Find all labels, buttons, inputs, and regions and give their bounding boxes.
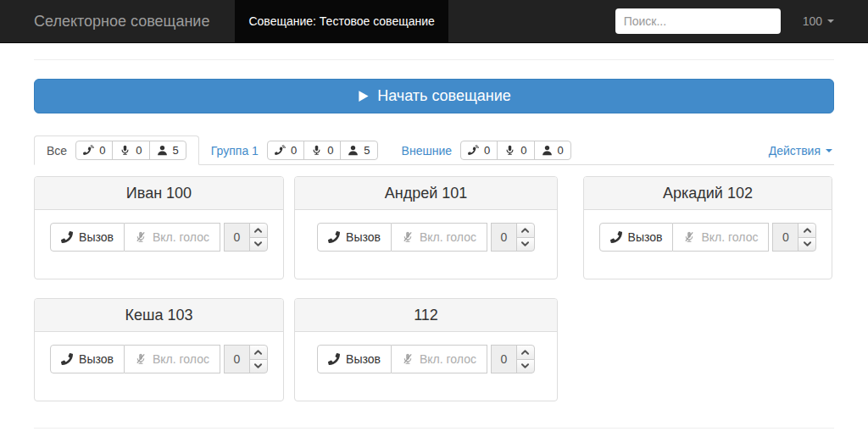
phone-icon [328,353,340,365]
actions-dropdown[interactable]: Действия [767,137,834,164]
top-navbar: Селекторное совещание Совещание: Тестово… [0,0,868,43]
phone-icon [328,231,340,243]
chevron-up-icon [520,227,530,234]
volume-value-input[interactable]: 0 [491,345,517,373]
search-input[interactable] [615,8,781,34]
enable-voice-button[interactable]: Вкл. голос [392,223,487,252]
spin-down-button[interactable] [516,237,535,252]
participant-name: 112 [295,299,557,332]
members-counter: 0 [534,141,570,159]
participant-card: 112 Вызов Вкл. голос 0 [294,298,558,401]
phone-icon [61,353,73,365]
divider-bottom [34,428,834,429]
user-icon [542,145,553,156]
spin-up-button[interactable] [798,223,816,238]
app-brand[interactable]: Селекторное совещание [34,13,209,30]
play-icon [357,90,370,102]
participant-name: Иван 100 [35,177,283,210]
calls-count: 0 [99,144,105,157]
members-count: 0 [558,144,564,157]
caret-down-icon [826,149,832,152]
mics-count: 0 [136,144,142,157]
participant-controls: Вызов Вкл. голос 0 [295,332,557,401]
groups-tab-bar: Все 0 0 5 Группа 1 [34,136,834,165]
call-label: Вызов [628,229,663,246]
chevron-up-icon [253,349,263,356]
phone-icon [61,231,73,243]
volume-value-input[interactable]: 0 [224,345,250,373]
participant-card: Иван 100 Вызов Вкл. голос 0 [34,176,284,279]
microphone-icon [504,145,515,156]
microphone-slash-icon [683,231,695,243]
call-label: Вызов [346,351,381,368]
volume-value-input[interactable]: 0 [772,223,798,252]
spin-up-button[interactable] [516,223,535,238]
nav-item-current-meeting[interactable]: Совещание: Тестовое совещание [235,0,448,42]
enable-voice-button[interactable]: Вкл. голос [125,345,220,373]
phone-volume-icon [275,145,286,156]
call-button[interactable]: Вызов [317,345,392,373]
volume-spinner [516,223,535,252]
user-icon [348,145,359,156]
call-button[interactable]: Вызов [50,223,125,252]
tab-counters: 0 0 0 [460,141,571,160]
account-dropdown[interactable]: 100 [803,14,834,28]
call-button[interactable]: Вызов [317,223,392,252]
tab-group-1[interactable]: Группа 1 0 0 5 [199,136,390,164]
calls-count: 0 [484,144,490,157]
participant-card: Кеша 103 Вызов Вкл. голос 0 [34,298,284,401]
tab-label: Внешние [402,144,452,158]
enable-voice-button[interactable]: Вкл. голос [673,223,769,252]
members-counter: 5 [340,141,376,159]
volume-spinner [798,223,816,252]
enable-voice-label: Вкл. голос [701,229,758,246]
chevron-down-icon [520,362,530,369]
nav-item-label: Совещание: Тестовое совещание [248,14,434,28]
spin-down-button[interactable] [798,237,816,252]
caret-down-icon [827,19,834,23]
tab-counters: 0 0 5 [267,141,378,160]
divider-top [34,59,834,60]
chevron-down-icon [253,362,263,369]
participant-card: Аркадий 102 Вызов Вкл. голос 0 [583,176,832,279]
account-label: 100 [803,14,822,28]
microphone-slash-icon [135,353,147,365]
volume-spinner [249,345,268,373]
phone-volume-icon [468,145,479,156]
tab-all[interactable]: Все 0 0 5 [34,136,199,165]
spin-up-button[interactable] [249,345,268,360]
main-content: Начать совещание Все 0 0 5 Гру [34,59,834,429]
start-meeting-button[interactable]: Начать совещание [34,79,834,113]
tab-external[interactable]: Внешние 0 0 0 [390,136,583,164]
call-button[interactable]: Вызов [50,345,125,373]
spin-down-button[interactable] [249,359,268,374]
calls-counter: 0 [76,141,112,159]
chevron-up-icon [520,349,530,356]
tab-label: Группа 1 [211,144,259,158]
enable-voice-label: Вкл. голос [153,351,209,368]
call-label: Вызов [79,229,114,246]
volume-value-input[interactable]: 0 [224,223,250,252]
calls-counter: 0 [461,141,497,159]
navbar-inner: Селекторное совещание Совещание: Тестово… [34,0,834,42]
chevron-down-icon [803,241,812,247]
call-button[interactable]: Вызов [599,223,674,252]
enable-voice-button[interactable]: Вкл. голос [125,223,220,252]
participant-controls: Вызов Вкл. голос 0 [584,210,832,279]
participant-name: Аркадий 102 [584,177,832,210]
calls-counter: 0 [268,141,303,159]
tab-label: Все [47,144,67,158]
participant-name: Кеша 103 [35,299,283,332]
actions-label: Действия [769,144,821,158]
participant-controls: Вызов Вкл. голос 0 [295,210,557,279]
spin-up-button[interactable] [516,345,535,360]
volume-value-input[interactable]: 0 [491,223,517,252]
spin-down-button[interactable] [249,237,268,252]
spin-up-button[interactable] [249,223,268,238]
spin-down-button[interactable] [516,359,535,374]
enable-voice-button[interactable]: Вкл. голос [392,345,487,373]
mics-counter: 0 [112,141,148,159]
phone-volume-icon [83,145,94,156]
call-label: Вызов [79,351,114,368]
mics-counter: 0 [497,141,533,159]
